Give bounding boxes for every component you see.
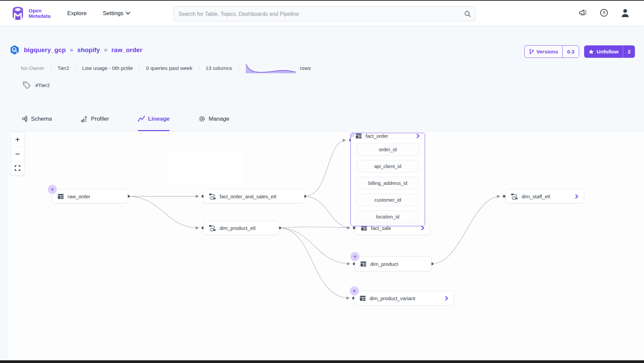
tier-tag[interactable]: #Tier2 [35,82,50,88]
follower-count: 2 [623,45,635,58]
help-icon[interactable]: ? [600,8,608,18]
lineage-node-dim-staff-etl[interactable]: dim_staff_etl [505,189,584,203]
breadcrumb-schema[interactable]: shopify [77,46,100,54]
breadcrumb-separator: » [70,46,73,53]
canvas-controls: + − [11,132,24,175]
expand-downstream-button[interactable]: + [350,286,359,295]
node-label: dim_product_etl [220,225,256,231]
top-nav: Open Metadata Explore Settings [0,1,644,26]
pipeline-icon [511,193,518,200]
rows-sparkline [245,63,296,73]
profiler-icon [81,115,88,122]
node-label: dim_product [370,261,398,267]
columns-label: 13 columns [199,65,238,71]
fit-view-button[interactable] [11,161,24,175]
owner-label: No Owner [21,65,51,71]
fit-view-icon [14,165,21,171]
node-label: fact_order_and_sales_etl [220,194,276,199]
pipeline-icon [209,193,216,200]
chevron-down-icon [126,12,130,15]
nav-settings[interactable]: Settings [103,10,130,17]
tab-schema[interactable]: Schema [21,115,52,131]
expand-columns-chevron[interactable] [445,296,449,300]
unfollow-label: Unfollow [597,49,618,55]
window-bottom-edge [0,360,644,363]
user-avatar[interactable] [620,8,630,19]
nav-explore[interactable]: Explore [67,10,87,17]
lineage-node-fact-order[interactable]: − fact_order order_id api_client_id bill… [350,133,425,226]
tab-profiler[interactable]: Profiler [81,115,109,131]
tag-icon [22,81,31,90]
lineage-canvas[interactable]: + − + raw_order fact_order_and_sales_etl [8,131,644,359]
lineage-node-dim-product-variant[interactable]: + dim_product_variant [354,291,454,306]
column-list: order_id api_client_id billing_address_i… [351,139,425,226]
app-logo[interactable]: Open Metadata [10,6,50,21]
lineage-node-dim-product[interactable]: + dim_product [355,256,431,271]
expand-columns-chevron[interactable] [421,226,425,230]
node-label: fact_order [366,133,388,139]
window-top-edge [0,0,644,1]
version-number: 0.3 [562,46,579,57]
lineage-node-fact-order-and-sales-etl[interactable]: fact_order_and_sales_etl [203,189,304,203]
entity-tabs: Schema Profiler Lineage Manage [21,104,644,131]
breadcrumb-separator: » [104,46,107,53]
usage-label: Low usage - 0th pctile [76,65,140,71]
search-icon[interactable] [460,10,475,17]
expand-upstream-button[interactable]: + [48,185,57,194]
star-icon [589,49,594,54]
versions-button[interactable]: Versions 0.3 [524,45,579,58]
table-icon [359,295,366,301]
search-input[interactable] [174,7,460,21]
version-branch-icon [529,49,534,54]
collapse-columns-chevron[interactable] [416,134,420,138]
svg-text:?: ? [603,10,605,15]
entity-meta-row: No Owner Tier2 Low usage - 0th pctile 0 … [21,62,317,75]
lineage-edges [8,131,644,359]
expand-downstream-button[interactable]: + [350,252,359,261]
announcements-icon[interactable] [578,8,588,19]
bigquery-service-icon [9,45,20,55]
table-icon [58,194,64,199]
node-label: dim_staff_etl [522,194,550,199]
rows-label: rows [300,65,311,71]
unfollow-button[interactable]: Unfollow 2 [584,45,635,58]
expand-columns-chevron[interactable] [575,194,579,199]
column-pill[interactable]: billing_address_id [356,177,419,190]
schema-icon [21,115,28,122]
zoom-out-button[interactable]: − [11,147,24,161]
column-pill[interactable]: order_id [356,143,419,156]
lineage-node-raw-order[interactable]: + raw_order [52,189,128,203]
logo-wordmark: Open Metadata [29,8,50,19]
tab-lineage[interactable]: Lineage [138,115,169,131]
node-label: raw_order [68,194,90,199]
breadcrumb-service[interactable]: bigquery_gcp [24,46,66,54]
zoom-in-button[interactable]: + [11,132,24,147]
column-pill[interactable]: location_id [356,210,419,223]
table-icon [360,261,367,267]
column-pill[interactable]: customer_id [356,194,419,206]
versions-label: Versions [536,49,558,55]
node-label: dim_product_variant [370,295,415,301]
global-search [174,6,476,22]
breadcrumb: bigquery_gcp » shopify » raw_order [9,45,142,55]
breadcrumb-table[interactable]: raw_order [111,46,142,54]
table-icon [355,133,362,139]
pipeline-icon [209,225,216,231]
lineage-icon [138,115,145,122]
gear-icon [198,115,205,122]
column-pill[interactable]: api_client_id [356,160,419,173]
queries-label: 0 queries past week [139,65,199,71]
lineage-node-dim-product-etl[interactable]: dim_product_etl [203,221,279,235]
openmetadata-logo-icon [10,6,26,21]
tier-label: Tier2 [51,65,76,71]
tab-manage[interactable]: Manage [198,115,229,131]
